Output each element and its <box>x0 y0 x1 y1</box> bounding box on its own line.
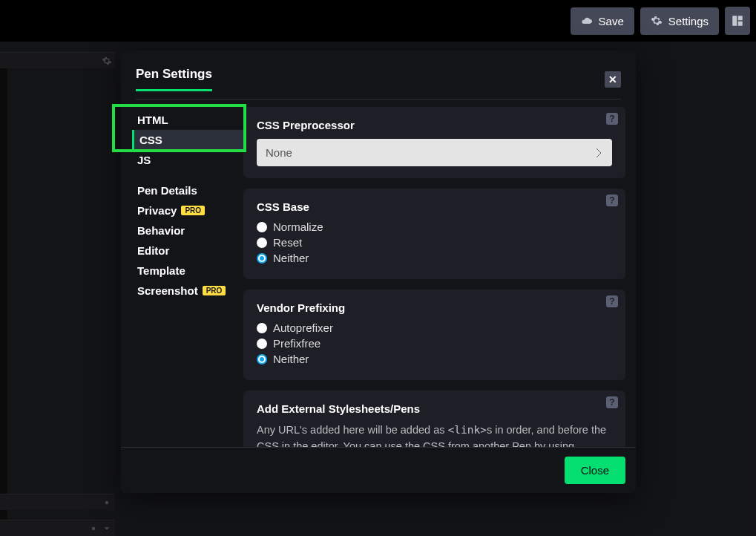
nav-screenshot-label: Screenshot <box>137 284 198 297</box>
nav-behavior[interactable]: Behavior <box>134 220 243 241</box>
modal-header: Pen Settings ✕ <box>121 50 636 99</box>
settings-label: Settings <box>668 15 709 27</box>
radio-label: Reset <box>273 236 302 249</box>
radio-reset[interactable]: Reset <box>257 236 612 249</box>
close-button[interactable]: Close <box>565 457 625 484</box>
nav-html[interactable]: HTML <box>134 110 243 130</box>
panel-heading: Add External Stylesheets/Pens <box>257 402 612 415</box>
gear-icon <box>651 15 663 27</box>
cloud-icon <box>581 15 593 27</box>
panel-heading: CSS Base <box>257 200 612 213</box>
pro-badge: PRO <box>181 206 205 215</box>
help-icon[interactable]: ? <box>606 295 618 307</box>
radio-icon <box>257 323 267 333</box>
radio-icon <box>257 222 267 232</box>
nav-template[interactable]: Template <box>134 261 243 281</box>
nav-pen-details[interactable]: Pen Details <box>134 180 243 200</box>
layout-button[interactable] <box>725 7 750 35</box>
desc-code: <link> <box>447 424 486 436</box>
radio-label: Prefixfree <box>273 337 321 350</box>
help-icon[interactable]: ? <box>606 396 618 408</box>
help-icon[interactable]: ? <box>606 195 618 206</box>
svg-rect-0 <box>732 16 737 26</box>
settings-panels: ? CSS Preprocessor None ? CSS Base Norma… <box>243 99 636 447</box>
radio-icon <box>257 238 267 248</box>
radio-label: Normalize <box>273 220 323 233</box>
nav-editor[interactable]: Editor <box>134 241 243 261</box>
panel-css-base: ? CSS Base Normalize Reset Neither <box>243 189 625 279</box>
close-icon[interactable]: ✕ <box>605 71 621 88</box>
modal-title: Pen Settings <box>136 67 212 91</box>
radio-neither[interactable]: Neither <box>257 252 612 264</box>
radio-label: Neither <box>273 353 309 365</box>
settings-nav: HTML CSS JS Pen Details Privacy PRO Beha… <box>121 99 243 447</box>
radio-icon <box>257 253 267 264</box>
radio-prefixfree[interactable]: Prefixfree <box>257 337 612 350</box>
radio-normalize[interactable]: Normalize <box>257 220 612 233</box>
layout-icon <box>731 14 744 27</box>
nav-js[interactable]: JS <box>134 150 243 170</box>
radio-icon <box>257 339 267 349</box>
save-label: Save <box>599 15 624 27</box>
radio-label: Autoprefixer <box>273 321 333 334</box>
panel-description: Any URL's added here will be added as <l… <box>257 422 612 447</box>
radio-neither[interactable]: Neither <box>257 353 612 365</box>
pro-badge: PRO <box>203 286 226 295</box>
panel-vendor-prefixing: ? Vendor Prefixing Autoprefixer Prefixfr… <box>243 290 625 380</box>
radio-label: Neither <box>273 252 309 264</box>
nav-privacy[interactable]: Privacy PRO <box>134 200 243 220</box>
help-icon[interactable]: ? <box>606 113 618 125</box>
nav-screenshot[interactable]: Screenshot PRO <box>134 281 243 301</box>
panel-heading: Vendor Prefixing <box>257 301 612 314</box>
nav-css[interactable]: CSS <box>132 130 243 150</box>
select-value: None <box>266 146 292 159</box>
modal-footer: Close <box>121 447 636 493</box>
svg-rect-2 <box>738 22 743 26</box>
svg-rect-1 <box>738 16 743 20</box>
nav-privacy-label: Privacy <box>137 204 177 217</box>
modal-body: HTML CSS JS Pen Details Privacy PRO Beha… <box>121 99 636 447</box>
radio-icon <box>257 354 267 365</box>
radio-autoprefixer[interactable]: Autoprefixer <box>257 321 612 334</box>
settings-button[interactable]: Settings <box>640 7 719 35</box>
panel-css-preprocessor: ? CSS Preprocessor None <box>243 107 625 178</box>
desc-text-before: Any URL's added here will be added as <box>257 424 447 436</box>
panel-external-stylesheets: ? Add External Stylesheets/Pens Any URL'… <box>243 390 625 447</box>
save-button[interactable]: Save <box>571 7 634 35</box>
panel-heading: CSS Preprocessor <box>257 119 612 131</box>
preprocessor-select[interactable]: None <box>257 139 612 166</box>
pen-settings-modal: Pen Settings ✕ HTML CSS JS Pen Details P… <box>121 50 636 493</box>
top-toolbar: Save Settings <box>0 0 756 42</box>
